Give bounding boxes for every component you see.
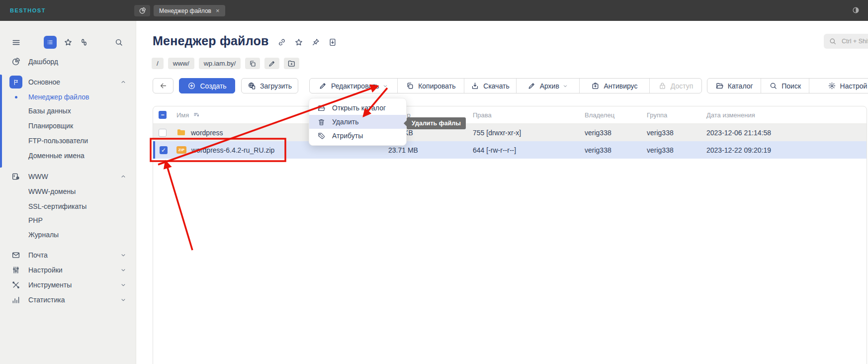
archive-button[interactable]: Архив bbox=[516, 79, 579, 93]
create-button[interactable]: Создать bbox=[179, 78, 235, 93]
server-gear-icon bbox=[11, 172, 20, 181]
footprints-icon bbox=[80, 38, 88, 47]
logo[interactable]: BESTHOST bbox=[10, 0, 46, 21]
sidebar-item-file-manager[interactable]: Менеджер файлов bbox=[0, 90, 136, 104]
copy-button[interactable]: Копировать bbox=[397, 79, 464, 93]
download-label: Скачать bbox=[483, 82, 510, 90]
antivirus-button[interactable]: Антивирус bbox=[579, 79, 650, 93]
sidebar-item-label: WWW bbox=[28, 173, 48, 181]
breadcrumb-www[interactable]: www/ bbox=[168, 58, 194, 69]
edit-button[interactable]: Редактировать bbox=[310, 79, 397, 93]
row-checkbox[interactable] bbox=[159, 129, 167, 137]
sidebar-item-statistics[interactable]: Статистика bbox=[0, 293, 136, 307]
column-owner[interactable]: Владелец bbox=[577, 111, 639, 119]
sidebar-item-label: SSL-сертификаты bbox=[28, 202, 87, 210]
download-button[interactable]: Скачать bbox=[464, 79, 516, 93]
pin-icon[interactable] bbox=[311, 38, 320, 47]
sidebar-item-databases[interactable]: Базы данных bbox=[0, 104, 136, 118]
flag-icon bbox=[12, 79, 20, 86]
table-settings-button[interactable]: Настрой bbox=[809, 79, 868, 93]
favorite-folder-button[interactable] bbox=[284, 58, 299, 69]
sidebar-item-ssl-certificates[interactable]: SSL-сертификаты bbox=[0, 199, 136, 213]
sidebar-item-label: Статистика bbox=[28, 296, 65, 304]
envelope-icon bbox=[11, 251, 20, 260]
tab-close-icon[interactable]: × bbox=[216, 7, 220, 14]
star-icon[interactable] bbox=[294, 38, 303, 47]
sidebar-item-main[interactable]: Основное bbox=[0, 75, 136, 89]
search-label: Поиск bbox=[781, 82, 801, 90]
chevron-down-icon bbox=[120, 252, 127, 259]
menu-item-open-directory[interactable]: Открыть каталог bbox=[309, 101, 406, 115]
page: BESTHOST Менеджер файлов × bbox=[0, 0, 868, 364]
breadcrumb-domain[interactable]: wp.iam.by/ bbox=[199, 58, 241, 69]
catalog-button[interactable]: Каталог bbox=[707, 79, 761, 93]
sidebar-item-label: Менеджер файлов bbox=[28, 93, 89, 101]
sort-icon[interactable] bbox=[193, 111, 200, 119]
chevron-up-icon bbox=[120, 173, 127, 180]
file-actions-group: Редактировать Копировать Скачать Архив bbox=[309, 78, 702, 93]
copy-path-button[interactable] bbox=[245, 58, 260, 69]
pencil-icon bbox=[319, 82, 327, 90]
file-owner: verig338 bbox=[577, 129, 639, 137]
column-rights[interactable]: Права bbox=[465, 111, 577, 119]
star-icon bbox=[64, 38, 73, 47]
column-modified[interactable]: Дата изменения bbox=[699, 111, 867, 119]
search-files-button[interactable]: Поиск bbox=[761, 79, 808, 93]
sidebar-item-mail[interactable]: Почта bbox=[0, 248, 136, 262]
global-search[interactable] bbox=[824, 34, 868, 49]
list-icon bbox=[46, 38, 54, 46]
create-label: Создать bbox=[200, 82, 226, 90]
copy-icon bbox=[406, 82, 414, 90]
sidebar-item-tools[interactable]: Инструменты bbox=[0, 278, 136, 292]
dashboard-tab-button[interactable] bbox=[134, 5, 150, 16]
sidebar-item-scheduler[interactable]: Планировщик bbox=[0, 119, 136, 133]
chevron-down-icon bbox=[562, 83, 568, 89]
favorites-button[interactable] bbox=[62, 36, 75, 49]
menu-view-button[interactable] bbox=[44, 36, 57, 49]
tools-icon bbox=[11, 280, 20, 289]
sidebar-collapse-button[interactable] bbox=[9, 36, 22, 49]
sidebar-item-label: Журналы bbox=[28, 231, 59, 239]
column-name[interactable]: Имя bbox=[176, 111, 189, 119]
sidebar-search-button[interactable] bbox=[112, 36, 125, 49]
sidebar-item-www[interactable]: WWW bbox=[0, 170, 136, 183]
sidebar-item-label: PHP bbox=[28, 216, 43, 224]
sidebar-item-php[interactable]: PHP bbox=[0, 213, 136, 227]
sidebar-item-dashboard[interactable]: Дашборд bbox=[0, 55, 136, 69]
sidebar-item-logs[interactable]: Журналы bbox=[0, 228, 136, 242]
theme-toggle-icon[interactable] bbox=[852, 6, 860, 14]
upload-label: Загрузить bbox=[260, 82, 292, 90]
column-group[interactable]: Группа bbox=[639, 111, 699, 119]
row-checkbox[interactable]: ✓ bbox=[160, 146, 168, 154]
sidebar-item-label: Базы данных bbox=[28, 107, 71, 115]
sidebar-item-www-domains[interactable]: WWW-домены bbox=[0, 184, 136, 198]
copy-label: Копировать bbox=[418, 82, 455, 90]
sidebar-item-domain-names[interactable]: Доменные имена bbox=[0, 149, 136, 163]
sidebar-item-ftp-users[interactable]: FTP-пользователи bbox=[0, 134, 136, 148]
tab-file-manager[interactable]: Менеджер файлов × bbox=[154, 5, 225, 16]
tooltip-text: Удалить файлы bbox=[412, 120, 461, 127]
menu-item-delete[interactable]: Удалить bbox=[309, 115, 406, 129]
doc-download-icon[interactable] bbox=[328, 38, 337, 47]
arrow-left-icon bbox=[159, 82, 168, 90]
tour-button[interactable] bbox=[78, 36, 90, 49]
breadcrumb: / www/ wp.iam.by/ bbox=[152, 58, 299, 69]
upload-button[interactable]: Загрузить bbox=[241, 78, 298, 93]
global-search-input[interactable] bbox=[841, 37, 868, 45]
sidebar-item-label: Доменные имена bbox=[28, 152, 85, 160]
edit-path-button[interactable] bbox=[264, 58, 279, 69]
table-row-selected[interactable]: ✓ ZIP wordpress-6.4.2-ru_RU.zip 23.71 MB… bbox=[153, 141, 867, 159]
medical-bag-plus-icon bbox=[591, 82, 600, 90]
link-icon[interactable] bbox=[277, 38, 286, 47]
search-icon bbox=[769, 82, 778, 90]
select-all-checkbox[interactable]: − bbox=[159, 111, 167, 119]
back-button[interactable] bbox=[153, 78, 174, 93]
table-row[interactable]: wordpress 4.00 KB 755 [drwxr-xr-x] verig… bbox=[153, 124, 867, 141]
sidebar-item-settings[interactable]: Настройки bbox=[0, 263, 136, 277]
marker-icon bbox=[527, 82, 536, 90]
breadcrumb-root[interactable]: / bbox=[152, 58, 164, 69]
search-icon bbox=[829, 37, 837, 45]
menu-item-attributes[interactable]: Атрибуты bbox=[309, 129, 406, 143]
chevron-down-icon bbox=[120, 281, 127, 288]
chevron-down-icon bbox=[120, 267, 127, 273]
